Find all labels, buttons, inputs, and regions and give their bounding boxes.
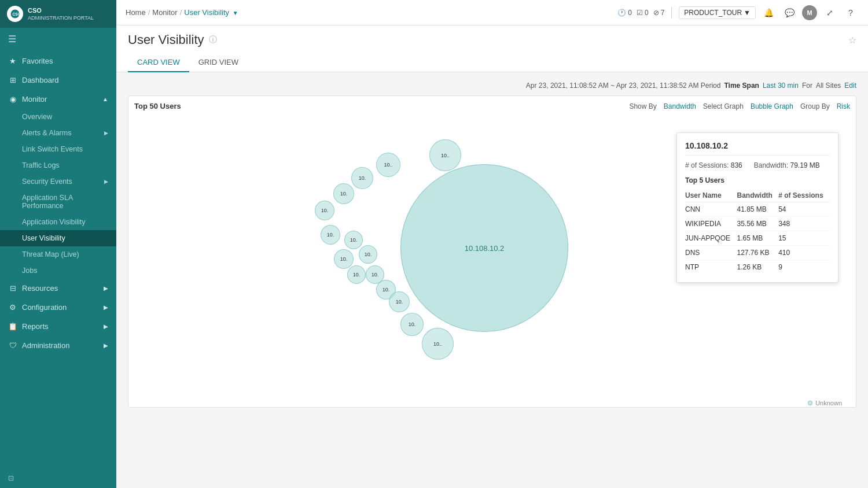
bubble-c6[interactable]: 10.: [334, 249, 354, 269]
alerts-badge: 🕐 0: [617, 9, 632, 17]
page-help-icon[interactable]: ⓘ: [209, 35, 217, 45]
bubble-c12[interactable]: 10.: [389, 291, 410, 312]
product-chevron-icon: ▼: [744, 9, 751, 17]
sidebar-item-app-visibility[interactable]: Application Visibility: [0, 214, 116, 230]
product-selector[interactable]: PRODUCT_TOUR ▼: [679, 6, 756, 19]
page-header: User Visibility ⓘ ☆ CARD VIEW GRID VIEW: [116, 25, 868, 72]
admin-chevron: ▶: [104, 342, 108, 349]
chat-icon[interactable]: 💬: [781, 5, 797, 21]
for-label: For: [802, 82, 812, 90]
bubble-c9[interactable]: 10.: [359, 245, 377, 264]
avatar[interactable]: M: [802, 5, 817, 20]
sidebar-item-threat-map[interactable]: Threat Map (Live): [0, 246, 116, 263]
security-chevron: ▶: [104, 179, 108, 184]
tab-card-view[interactable]: CARD VIEW: [128, 53, 189, 72]
admin-icon: 🛡: [8, 341, 17, 350]
sidebar-item-reports[interactable]: 📋 Reports ▶: [0, 317, 116, 336]
star-icon: ★: [8, 57, 17, 65]
notification-bell-icon[interactable]: 🔔: [760, 5, 777, 21]
tooltip-table: User Name Bandwidth # of Sessions CNN41.…: [685, 189, 830, 274]
sidebar-item-resources[interactable]: ⊟ Resources ▶: [0, 279, 116, 298]
sidebar-item-dashboard[interactable]: ⊞ Dashboard: [0, 71, 116, 90]
col-username: User Name: [685, 189, 737, 202]
divider: [671, 7, 672, 19]
reports-chevron: ▶: [104, 323, 108, 330]
alerts-chevron: ▶: [104, 130, 108, 136]
col-sessions: # of Sessions: [778, 189, 830, 202]
page-title-row: User Visibility ⓘ ☆: [128, 32, 856, 47]
tooltip-title: 10.108.10.2: [685, 141, 830, 156]
time-span-label: Time Span: [724, 82, 759, 90]
help-icon[interactable]: ?: [843, 5, 859, 21]
issues-icon: ⊘: [653, 9, 659, 17]
issues-badge: ⊘ 7: [653, 9, 665, 17]
bubble-c8[interactable]: 10.: [344, 231, 363, 249]
select-graph-value[interactable]: Bubble Graph: [751, 102, 793, 110]
tooltip-cell-user: DNS: [685, 246, 737, 260]
select-graph-label: Select Graph: [703, 102, 744, 110]
bubble-c4[interactable]: 10.: [315, 201, 334, 220]
dashboard-icon: ⊞: [8, 76, 17, 84]
sidebar-item-alerts-alarms[interactable]: Alerts & Alarms ▶: [0, 125, 116, 141]
tooltip-table-row: WIKIPEDIA35.56 MB348: [685, 217, 830, 231]
bubble-c1[interactable]: 10..: [376, 153, 400, 177]
topbar: Home / Monitor / User Visibility ▼ 🕐 0 ☑…: [116, 0, 868, 25]
tooltip-cell-bandwidth: 1.26 KB: [737, 260, 778, 275]
bubble-c5[interactable]: 10.: [321, 225, 340, 245]
sidebar-item-configuration[interactable]: ⚙ Configuration ▶: [0, 298, 116, 317]
tooltip-cell-user: WIKIPEDIA: [685, 217, 737, 231]
bubble-main[interactable]: 10.108.10.2: [400, 164, 568, 332]
sidebar-item-monitor[interactable]: ◉ Monitor ▲: [0, 90, 116, 109]
tab-grid-view[interactable]: GRID VIEW: [189, 53, 248, 72]
bubble-c2[interactable]: 10.: [351, 167, 373, 189]
tooltip-popup: 10.108.10.2 # of Sessions: 836 Bandwidth…: [676, 132, 838, 283]
tasks-badge: ☑ 0: [637, 9, 649, 17]
breadcrumb-monitor[interactable]: Monitor: [152, 8, 177, 17]
bubble-c7[interactable]: 10.: [347, 265, 366, 284]
sidebar-item-traffic-logs[interactable]: Traffic Logs: [0, 157, 116, 173]
topbar-right: 🕐 0 ☑ 0 ⊘ 7 PRODUCT_TOUR ▼ 🔔 💬 M ⤢ ?: [617, 5, 859, 21]
bubble-c3[interactable]: 10.: [333, 183, 354, 204]
chart-title: Top 50 Users: [134, 102, 181, 110]
sidebar-bottom-toggle[interactable]: ⊡: [0, 468, 116, 488]
sidebar-item-administration[interactable]: 🛡 Administration ▶: [0, 336, 116, 355]
group-by-value[interactable]: Risk: [837, 102, 850, 110]
bubble-c13[interactable]: 10.: [400, 313, 424, 336]
tooltip-cell-bandwidth: 127.76 KB: [737, 246, 778, 260]
tooltip-bandwidth-stat: Bandwidth: 79.19 MB: [754, 161, 820, 169]
sidebar-item-security-events[interactable]: Security Events ▶: [0, 173, 116, 190]
tooltip-cell-bandwidth: 35.56 MB: [737, 217, 778, 231]
menu-toggle[interactable]: ☰: [0, 28, 116, 50]
tasks-icon: ☑: [637, 9, 643, 17]
expand-icon[interactable]: ⤢: [822, 5, 838, 21]
favorite-star-icon[interactable]: ☆: [848, 35, 856, 46]
col-bandwidth: Bandwidth: [737, 189, 778, 202]
content-area: Apr 23, 2021, 11:08:52 AM ~ Apr 23, 2021…: [116, 72, 868, 488]
time-span-value[interactable]: Last 30 min: [763, 82, 799, 90]
breadcrumb-current[interactable]: User Visibility ▼: [184, 8, 238, 17]
tooltip-cell-sessions: 15: [778, 231, 830, 246]
legend-dot: [808, 401, 812, 405]
show-by-value[interactable]: Bandwidth: [664, 102, 696, 110]
bubble-bottom[interactable]: 10..: [422, 328, 454, 360]
bubble-top[interactable]: 10..: [429, 139, 461, 171]
tooltip-table-row: JUN-APPQOE1.65 MB15: [685, 231, 830, 246]
config-chevron: ▶: [104, 304, 108, 310]
sidebar-item-link-switch[interactable]: Link Switch Events: [0, 141, 116, 157]
breadcrumb-home[interactable]: Home: [126, 8, 146, 17]
config-icon: ⚙: [8, 303, 17, 312]
sidebar-item-user-visibility[interactable]: User Visibility: [0, 230, 116, 246]
sidebar-item-app-sla[interactable]: Application SLA Performance: [0, 190, 116, 214]
chevron-down-icon: ▼: [233, 10, 238, 16]
tooltip-cell-user: CNN: [685, 202, 737, 217]
sidebar-item-jobs[interactable]: Jobs: [0, 263, 116, 279]
bubble-chart: 10.108.10.2 10.. 10.. 10.. 10. 10. 10. 1…: [134, 115, 850, 408]
sidebar-item-overview[interactable]: Overview: [0, 109, 116, 125]
edit-link[interactable]: Edit: [844, 82, 856, 90]
page-tabs: CARD VIEW GRID VIEW: [128, 53, 856, 72]
chart-controls: Show By Bandwidth Select Graph Bubble Gr…: [629, 102, 850, 110]
monitor-chevron: ▲: [102, 96, 108, 102]
sidebar-item-favorites[interactable]: ★ Favorites: [0, 51, 116, 71]
monitor-submenu: Overview Alerts & Alarms ▶ Link Switch E…: [0, 109, 116, 279]
tooltip-cell-sessions: 54: [778, 202, 830, 217]
